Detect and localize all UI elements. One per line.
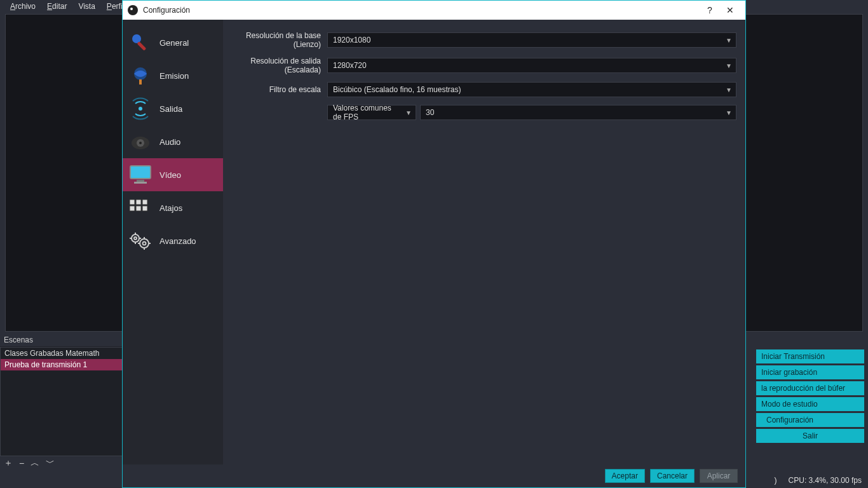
status-cpu-fps: CPU: 3.4%, 30.00 fps	[789, 476, 862, 485]
settings-dialog: Configuración ? ✕ General Emision S	[122, 0, 746, 488]
sidebar-item-label: Audio	[159, 137, 180, 147]
scenes-dock: Escenas Clases Grabadas Matemath Prueba …	[0, 333, 124, 470]
studio-mode-button[interactable]: Modo de estudio	[756, 397, 864, 411]
downscale-filter-label: Filtro de escala	[232, 85, 321, 94]
sidebar-item-audio[interactable]: Audio	[123, 125, 223, 158]
menu-archivo[interactable]: Archivo	[5, 1, 41, 12]
svg-point-7	[139, 142, 142, 144]
scene-item[interactable]: Prueba de transmisión 1	[1, 359, 123, 370]
svg-rect-9	[137, 180, 144, 182]
sidebar-item-label: Emision	[159, 71, 189, 81]
base-resolution-value: 1920x1080	[333, 36, 370, 44]
sidebar-item-label: Vídeo	[159, 170, 181, 180]
svg-rect-12	[136, 200, 141, 205]
svg-point-19	[140, 239, 149, 248]
help-button[interactable]: ?	[700, 3, 720, 18]
sidebar-item-salida[interactable]: Salida	[123, 92, 223, 125]
video-settings-panel: Resolución de la base (Lienzo) 1920x1080…	[223, 20, 745, 464]
scene-remove-button[interactable]: −	[19, 458, 24, 468]
exit-button[interactable]: Salir	[756, 429, 864, 443]
sidebar-item-video[interactable]: Vídeo	[123, 158, 223, 191]
scene-item[interactable]: Clases Grabadas Matemath	[1, 348, 123, 359]
gears-icon	[128, 228, 153, 254]
output-resolution-value: 1280x720	[333, 61, 367, 70]
scene-add-button[interactable]: ＋	[4, 458, 13, 469]
chevron-down-icon: ▼	[726, 109, 732, 116]
svg-point-4	[139, 107, 142, 111]
scenes-header: Escenas	[0, 333, 124, 347]
keyboard-icon	[128, 195, 153, 220]
speaker-icon	[128, 129, 153, 154]
dialog-title: Configuración	[143, 6, 700, 15]
svg-point-0	[132, 34, 141, 43]
chevron-down-icon: ▼	[726, 37, 732, 44]
start-record-button[interactable]: Iniciar grabación	[756, 365, 864, 379]
sidebar-item-emision[interactable]: Emision	[123, 59, 223, 92]
svg-rect-11	[130, 200, 135, 205]
scenes-toolbar: ＋ − ︿ ﹀	[0, 456, 124, 470]
start-stream-button[interactable]: Iniciar Transmisión	[756, 349, 864, 363]
downscale-filter-select[interactable]: Bicúbico (Escalado fino, 16 muestras) ▼	[327, 82, 736, 97]
menu-vista[interactable]: Vista	[73, 1, 100, 12]
cancel-button[interactable]: Cancelar	[650, 469, 695, 483]
settings-button[interactable]: Configuración	[756, 413, 864, 427]
chevron-down-icon: ▼	[726, 86, 732, 93]
sidebar-item-label: Avanzado	[159, 236, 196, 246]
svg-rect-1	[137, 41, 146, 51]
status-extra: )	[775, 476, 777, 485]
svg-rect-10	[134, 182, 147, 184]
obs-icon	[128, 5, 138, 15]
sidebar-item-label: Atajos	[159, 203, 182, 213]
sidebar-item-avanzado[interactable]: Avanzado	[123, 224, 223, 257]
fps-value-select[interactable]: 30 ▼	[420, 105, 736, 120]
svg-rect-16	[142, 206, 147, 211]
apply-button[interactable]: Aplicar	[700, 469, 738, 483]
dialog-footer: Aceptar Cancelar Aplicar	[123, 464, 745, 487]
svg-rect-13	[142, 200, 147, 205]
svg-point-20	[143, 242, 146, 245]
base-resolution-label: Resolución de la base (Lienzo)	[232, 31, 321, 49]
broadcast-icon	[128, 96, 153, 121]
downscale-filter-value: Bicúbico (Escalado fino, 16 muestras)	[333, 85, 461, 94]
svg-point-18	[134, 237, 137, 240]
close-button[interactable]: ✕	[720, 3, 740, 18]
svg-rect-14	[130, 206, 135, 211]
scene-movedown-button[interactable]: ﹀	[46, 458, 55, 469]
svg-rect-15	[136, 206, 141, 211]
sidebar-item-general[interactable]: General	[123, 26, 223, 59]
wrench-icon	[128, 30, 153, 55]
monitor-icon	[128, 162, 153, 187]
scene-moveup-button[interactable]: ︿	[31, 458, 39, 469]
accept-button[interactable]: Aceptar	[605, 469, 645, 483]
controls-dock: Iniciar Transmisión Iniciar grabación la…	[744, 333, 868, 470]
chevron-down-icon: ▼	[405, 109, 412, 116]
output-resolution-select[interactable]: 1280x720 ▼	[327, 58, 736, 73]
scenes-list[interactable]: Clases Grabadas Matemath Prueba de trans…	[0, 347, 124, 456]
sidebar-item-label: General	[159, 38, 189, 48]
svg-rect-3	[139, 79, 142, 85]
globe-icon	[128, 63, 153, 88]
fps-value: 30	[426, 108, 434, 117]
fps-type-value: Valores comunes de FPS	[333, 104, 400, 121]
menu-editar[interactable]: Editar	[42, 1, 72, 12]
dialog-titlebar[interactable]: Configuración ? ✕	[123, 1, 745, 20]
sidebar-item-label: Salida	[159, 104, 182, 114]
settings-sidebar: General Emision Salida Audio	[123, 20, 223, 464]
fps-type-select[interactable]: Valores comunes de FPS ▼	[327, 105, 416, 120]
sidebar-item-atajos[interactable]: Atajos	[123, 191, 223, 224]
replay-buffer-button[interactable]: la reproducción del búfer	[756, 381, 864, 395]
svg-rect-8	[130, 166, 151, 179]
svg-point-17	[132, 234, 139, 242]
base-resolution-select[interactable]: 1920x1080 ▼	[327, 32, 736, 48]
chevron-down-icon: ▼	[726, 62, 732, 69]
output-resolution-label: Resolución de salida (Escalada)	[232, 57, 321, 74]
